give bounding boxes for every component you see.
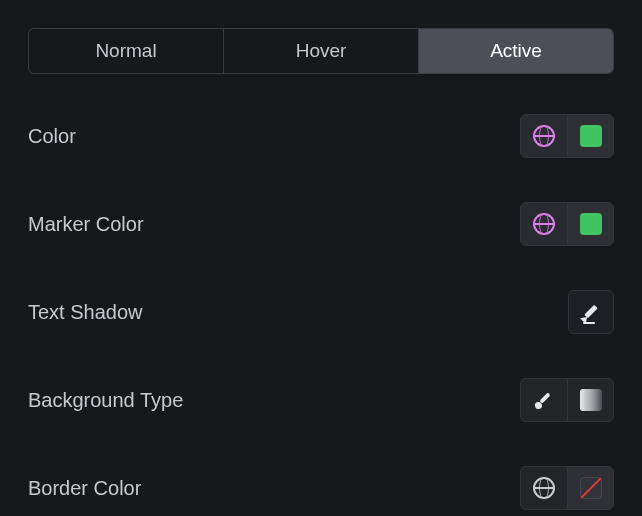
background-gradient-button[interactable] xyxy=(567,379,613,421)
label-color: Color xyxy=(28,125,76,148)
tab-label: Hover xyxy=(296,40,347,62)
gradient-icon xyxy=(580,389,602,411)
color-swatch-button[interactable] xyxy=(567,467,613,509)
tab-normal[interactable]: Normal xyxy=(29,29,224,73)
tab-label: Active xyxy=(490,40,542,62)
color-swatch-button[interactable] xyxy=(567,203,613,245)
label-marker-color: Marker Color xyxy=(28,213,144,236)
marker-color-control xyxy=(520,202,614,246)
brush-icon xyxy=(534,390,554,410)
color-swatch xyxy=(580,213,602,235)
global-toggle[interactable] xyxy=(521,115,567,157)
label-background-type: Background Type xyxy=(28,389,183,412)
background-classic-button[interactable] xyxy=(521,379,567,421)
state-tabs: Normal Hover Active xyxy=(28,28,614,74)
color-swatch-button[interactable] xyxy=(567,115,613,157)
pencil-icon xyxy=(581,302,601,322)
global-toggle[interactable] xyxy=(521,467,567,509)
color-control xyxy=(520,114,614,158)
tab-hover[interactable]: Hover xyxy=(224,29,419,73)
global-toggle[interactable] xyxy=(521,203,567,245)
globe-icon xyxy=(533,477,555,499)
row-marker-color: Marker Color xyxy=(28,198,614,250)
label-border-color: Border Color xyxy=(28,477,141,500)
row-text-shadow: Text Shadow xyxy=(28,286,614,338)
no-color-swatch xyxy=(580,477,602,499)
label-text-shadow: Text Shadow xyxy=(28,301,143,324)
globe-icon xyxy=(533,125,555,147)
row-border-color: Border Color xyxy=(28,462,614,514)
globe-icon xyxy=(533,213,555,235)
border-color-control xyxy=(520,466,614,510)
tab-label: Normal xyxy=(95,40,156,62)
tab-active[interactable]: Active xyxy=(419,29,613,73)
color-swatch xyxy=(580,125,602,147)
edit-text-shadow-button[interactable] xyxy=(568,290,614,334)
background-type-control xyxy=(520,378,614,422)
row-color: Color xyxy=(28,110,614,162)
row-background-type: Background Type xyxy=(28,374,614,426)
